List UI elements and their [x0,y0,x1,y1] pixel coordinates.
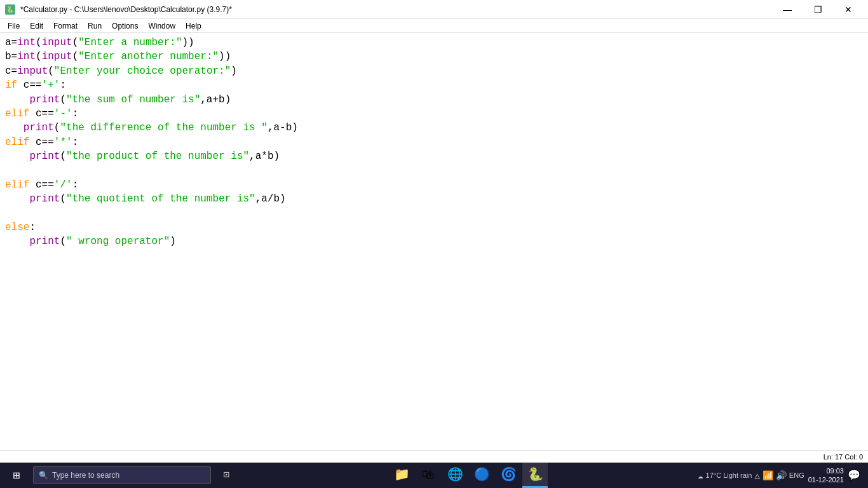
start-button[interactable]: ⊞ [3,463,31,488]
clock-date: 01-12-2021 [808,475,844,484]
code-line-8: elif c=='*': [5,135,863,149]
taskbar-store[interactable]: 🛍 [416,463,441,488]
menu-edit[interactable]: Edit [25,20,48,32]
task-view-button[interactable]: ⊡ [214,463,239,488]
weather-icon: ☁ [698,470,703,481]
volume-icon: 🔊 [776,470,787,481]
wifi-icon: 📶 [763,470,773,481]
code-line-6: elif c=='-': [5,107,863,121]
code-line-10 [5,164,863,178]
code-line-9: print("the product of the number is",a*b… [5,149,863,163]
weather-text: 17°C Light rain [706,471,752,479]
code-line-11: elif c=='/': [5,178,863,192]
taskbar-python[interactable]: 🐍 [522,463,548,488]
language-label: ENG [789,471,804,479]
titlebar-left: 🐍 *Calculator.py - C:\Users\lenovo\Deskt… [5,4,232,15]
code-line-7: print("the difference of the number is "… [5,121,863,135]
clock-time: 09:03 [808,466,844,475]
menu-run[interactable]: Run [83,20,107,32]
code-line-2: b=int(input("Enter another number:")) [5,50,863,64]
code-line-14: else: [5,220,863,234]
minimize-button[interactable]: — [773,0,802,19]
search-placeholder: Type here to search [52,471,119,480]
code-line-15: print(" wrong operator") [5,234,863,248]
store-icon: 🛍 [422,467,435,482]
menu-bar: File Edit Format Run Options Window Help [0,19,868,33]
file-explorer-icon: 📁 [394,466,410,482]
edge-icon: 🌐 [447,466,463,482]
close-button[interactable]: ✕ [834,0,863,19]
code-line-13 [5,207,863,220]
system-tray: ☁ 17°C Light rain △ 📶 🔊 ENG [698,470,804,481]
code-line-12: print("the quotient of the number is",a/… [5,192,863,206]
search-bar[interactable]: 🔍 Type here to search [33,466,211,484]
taskbar-file-explorer[interactable]: 📁 [389,463,414,488]
app-icon: 🐍 [5,4,15,15]
chrome2-icon: 🌀 [501,466,517,482]
taskbar-right: ☁ 17°C Light rain △ 📶 🔊 ENG 09:03 01-12-… [698,463,865,488]
system-clock[interactable]: 09:03 01-12-2021 [808,466,844,485]
taskbar-edge[interactable]: 🌐 [442,463,468,488]
network-up-icon: △ [754,470,759,481]
code-editor[interactable]: a=int(input("Enter a number:")) b=int(in… [0,33,868,450]
menu-format[interactable]: Format [48,20,83,32]
code-line-1: a=int(input("Enter a number:")) [5,36,863,50]
menu-help[interactable]: Help [180,20,207,32]
window-controls: — ❐ ✕ [773,0,863,19]
window-title: *Calculator.py - C:\Users\lenovo\Desktop… [20,5,232,14]
maximize-button[interactable]: ❐ [803,0,832,19]
search-icon: 🔍 [39,471,48,480]
taskbar-chrome[interactable]: 🔵 [469,463,494,488]
code-line-5: print("the sum of number is",a+b) [5,93,863,107]
windows-icon: ⊞ [13,468,20,482]
title-bar: 🐍 *Calculator.py - C:\Users\lenovo\Deskt… [0,0,868,19]
menu-file[interactable]: File [3,20,25,32]
menu-window[interactable]: Window [143,20,180,32]
python-icon: 🐍 [527,466,543,482]
taskbar-chrome2[interactable]: 🌀 [496,463,521,488]
code-line-4: if c=='+': [5,78,863,92]
taskbar-left: ⊞ 🔍 Type here to search ⊡ [3,463,239,488]
menu-options[interactable]: Options [107,20,143,32]
taskbar-center: 📁 🛍 🌐 🔵 🌀 🐍 [389,463,548,488]
notification-icon[interactable]: 💬 [848,469,860,482]
code-line-3: c=input("Enter your choice operator:") [5,64,863,78]
status-bar: Ln: 17 Col: 0 [0,450,868,463]
cursor-position: Ln: 17 Col: 0 [824,453,863,461]
chrome-icon: 🔵 [474,466,490,482]
taskbar: ⊞ 🔍 Type here to search ⊡ 📁 🛍 🌐 🔵 🌀 [0,463,868,488]
